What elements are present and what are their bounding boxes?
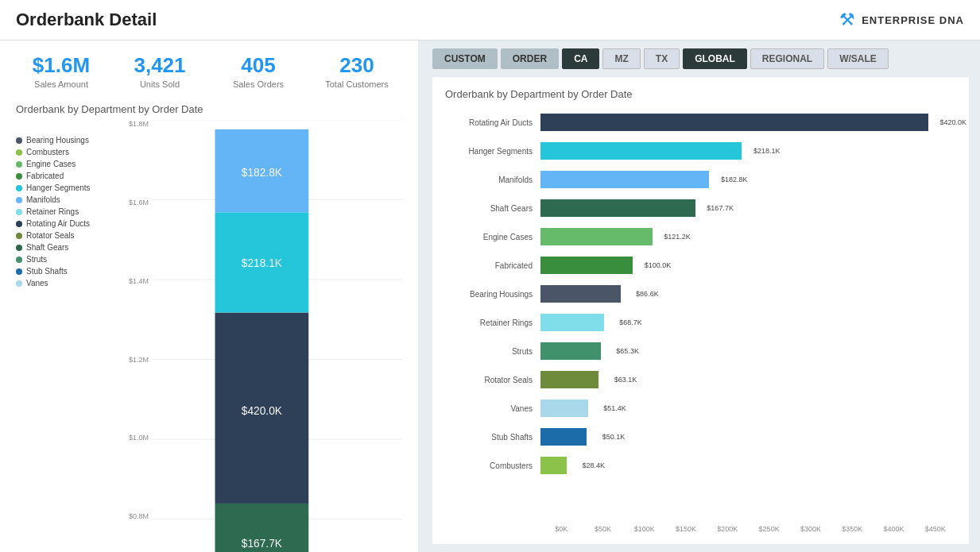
h-bar-track: $51.4K [540,400,956,417]
horizontal-bar-chart: Rotating Air Ducts $420.0K Hanger Segmen… [445,108,956,522]
legend-label: Rotating Air Ducts [26,219,90,228]
kpi-units: 3,421 Units Sold [114,53,205,89]
h-bar-track: $86.6K [540,285,956,303]
h-bar-track: $182.8K [540,171,956,188]
h-bar-label: Rotating Air Ducts [445,118,540,127]
main-content: $1.6M Sales Amount 3,421 Units Sold 405 … [0,41,980,552]
svg-text:$420.0K: $420.0K [242,405,283,417]
tab-button[interactable]: TX [644,48,680,69]
kpi-units-value: 3,421 [114,53,205,78]
x-axis-row: $0K$50K$100K$150K$200K$250K$300K$350K$40… [540,525,956,533]
legend-dot [16,173,22,179]
legend-label: Engine Cases [26,160,76,168]
legend-item: Retainer Rings [16,207,111,216]
h-bar-label: Shaft Gears [445,204,540,213]
legend-item: Shaft Gears [16,243,111,252]
h-bar-row: Vanes $51.4K [445,394,956,423]
h-bar-label: Retainer Rings [445,318,540,327]
x-axis-tick: $100K [624,525,665,533]
kpi-customers-value: 230 [312,53,402,78]
tab-button[interactable]: ORDER [501,48,559,69]
legend-label: Rotator Seals [26,231,75,240]
h-bar-track: $218.1K [540,142,956,160]
legend-item: Engine Cases [16,160,111,168]
h-bar-fill: $218.1K [540,142,742,160]
y-label-4: $0.8M [118,512,151,520]
h-bar-label: Bearing Housings [445,290,540,299]
legend-label: Combusters [26,148,69,156]
legend-item: Fabricated [16,172,111,180]
h-bar-track: $420.0K [540,114,956,131]
h-bar-row: Retainer Rings $68.7K [445,308,956,337]
left-chart-area: Bearing HousingsCombustersEngine CasesFa… [16,120,402,552]
tab-button[interactable]: W/SALE [827,48,889,69]
logo-icon: ⚒ [839,10,855,30]
h-bar-fill: $65.3K [540,342,601,360]
h-bar-track: $50.1K [540,428,956,446]
legend-item: Struts [16,255,111,264]
h-bar-track: $28.4K [540,457,956,474]
y-label-8: $1.6M [118,199,151,207]
h-bar-track: $65.3K [540,342,956,360]
tab-button[interactable]: CUSTOM [432,48,498,69]
h-bar-row: Combusters $28.4K [445,451,956,480]
h-bar-value: $121.2K [664,233,691,241]
h-bar-value: $218.1K [753,147,781,155]
h-bar-value: $68.7K [619,318,642,326]
h-bar-fill: $167.7K [540,199,695,217]
legend-dot [16,268,22,275]
h-bar-label: Vanes [445,404,540,413]
tab-button[interactable]: CA [562,48,599,69]
tab-button[interactable]: MZ [602,48,640,69]
kpi-customers-label: Total Customers [312,79,402,89]
legend-item: Stub Shafts [16,267,111,276]
legend-dot [16,245,22,251]
y-label-7: $1.4M [118,277,151,285]
h-bar-row: Stub Shafts $50.1K [445,423,956,451]
legend-dot [16,149,22,156]
h-bar-fill: $28.4K [540,457,567,474]
legend-label: Stub Shafts [26,267,68,276]
x-axis-tick: $350K [831,525,873,533]
x-axis-tick: $200K [707,525,748,533]
x-axis-tick: $400K [873,525,914,533]
h-bar-fill: $51.4K [540,400,588,417]
kpi-sales: $1.6M Sales Amount [16,53,107,89]
logo-text: ENTERPRISE DNA [862,14,964,26]
tab-button[interactable]: REGIONAL [750,48,824,69]
h-bar-value: $167.7K [707,204,734,212]
h-bar-track: $100.0K [540,257,956,274]
legend-dot [16,161,22,168]
h-bar-label: Manifolds [445,176,540,184]
h-bar-label: Combusters [445,461,540,470]
y-label-9: $1.8M [118,120,151,128]
h-bar-value: $182.8K [721,176,748,183]
left-chart-title: Orderbank by Department by Order Date [16,103,402,115]
x-axis-tick: $300K [790,525,831,533]
h-bar-track: $68.7K [540,314,956,331]
left-bar-chart: $86.6K $121.2K [118,120,402,552]
h-bar-row: Engine Cases $121.2K [445,222,956,251]
h-bar-label: Struts [445,347,540,356]
h-bar-row: Manifolds $182.8K [445,165,956,194]
tab-button[interactable]: GLOBAL [683,48,747,69]
h-bar-fill: $420.0K [540,114,928,131]
right-chart-title: Orderbank by Department by Order Date [445,88,956,100]
legend-dot [16,221,22,227]
h-bar-label: Rotator Seals [445,376,540,384]
h-bar-fill: $100.0K [540,257,633,274]
h-bar-value: $65.3K [616,347,639,355]
legend-dot [16,233,22,239]
kpi-orders-value: 405 [213,53,304,78]
h-bar-row: Shaft Gears $167.7K [445,194,956,222]
h-bar-row: Rotating Air Ducts $420.0K [445,108,956,137]
legend-item: Manifolds [16,195,111,204]
kpi-sales-label: Sales Amount [16,79,107,89]
legend-dot [16,137,22,144]
h-bar-label: Hanger Segments [445,147,540,156]
h-bar-label: Engine Cases [445,233,540,241]
h-bar-fill: $121.2K [540,228,653,245]
h-bar-fill: $182.8K [540,171,709,188]
svg-text:$167.7K: $167.7K [242,538,283,550]
kpi-orders: 405 Sales Orders [213,53,304,89]
